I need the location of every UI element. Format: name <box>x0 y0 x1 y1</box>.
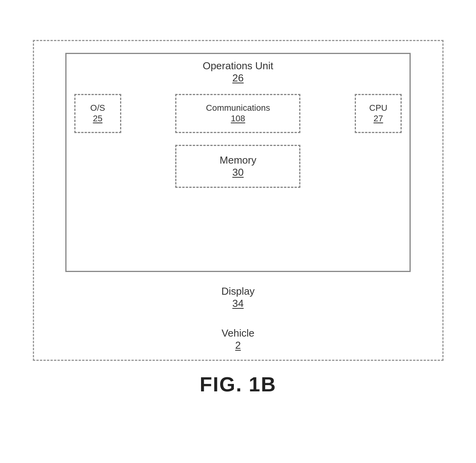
memory-title: Memory <box>220 154 257 166</box>
operations-unit-box: Operations Unit 26 O/S 25 Communications… <box>65 53 411 272</box>
vehicle-title: Vehicle <box>222 327 255 339</box>
vehicle-box-label: Vehicle 2 <box>222 327 255 351</box>
os-number: 25 <box>93 113 102 124</box>
display-section: Display 34 <box>221 285 255 317</box>
operations-unit-number: 26 <box>232 72 244 84</box>
memory-number: 30 <box>232 166 244 178</box>
cpu-label: CPU 27 <box>369 103 387 124</box>
vehicle-label: Vehicle 2 <box>222 327 255 351</box>
communications-title: Communications <box>206 103 270 113</box>
operations-unit-label: Operations Unit 26 <box>203 60 273 84</box>
memory-box: Memory 30 <box>175 145 300 188</box>
cpu-number: 27 <box>374 113 383 124</box>
communications-label: Communications 108 <box>206 103 270 124</box>
display-number: 34 <box>232 297 244 310</box>
diagram-container: Operations Unit 26 O/S 25 Communications… <box>33 40 444 423</box>
os-label: O/S 25 <box>90 103 105 124</box>
memory-label: Memory 30 <box>220 154 257 178</box>
operations-unit-title: Operations Unit <box>203 60 273 72</box>
memory-row: Memory 30 <box>74 145 402 188</box>
display-title: Display <box>221 285 255 297</box>
cpu-box: CPU 27 <box>355 94 402 133</box>
vehicle-number: 2 <box>235 339 241 351</box>
os-title: O/S <box>90 103 105 113</box>
os-box: O/S 25 <box>74 94 121 133</box>
figure-label: FIG. 1B <box>199 373 276 396</box>
vehicle-box: Operations Unit 26 O/S 25 Communications… <box>33 40 444 361</box>
components-row: O/S 25 Communications 108 CPU 27 <box>74 94 402 133</box>
communications-number: 108 <box>231 113 245 124</box>
cpu-title: CPU <box>369 103 387 113</box>
communications-box: Communications 108 <box>175 94 300 133</box>
display-label: Display 34 <box>221 285 255 310</box>
